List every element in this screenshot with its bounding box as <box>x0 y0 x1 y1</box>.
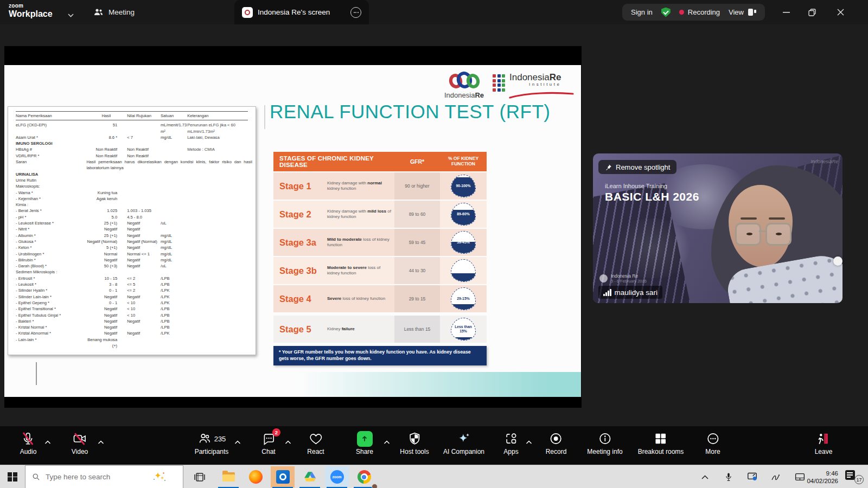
lab-report-row: Urine Rutin <box>16 177 248 183</box>
slide-title: RENAL FUNCTION TEST (RFT) <box>270 101 550 123</box>
start-button[interactable] <box>0 465 25 488</box>
meeting-info-button[interactable]: Meeting info <box>587 431 622 455</box>
lab-report-row: - Warna *Kuning tua <box>16 190 248 196</box>
training-banner: iLearn Inhouse Training BASIC L&H 2026 <box>605 183 699 203</box>
record-button[interactable]: Record <box>546 431 567 455</box>
lab-report-row: - Eritrosit *10 - 15<= 2/LPB <box>16 275 248 281</box>
react-button[interactable]: React <box>307 431 324 455</box>
tray-microphone[interactable] <box>719 465 738 488</box>
apps-options-chevron[interactable] <box>526 436 532 446</box>
people-icon <box>93 8 104 17</box>
tray-pen[interactable] <box>766 465 786 488</box>
participant-name-label: maulidya sari <box>598 286 662 299</box>
share-button[interactable]: Share <box>356 431 373 455</box>
view-layout-icon <box>748 9 756 16</box>
more-button[interactable]: More <box>705 431 720 455</box>
lab-report-row: - Glukosa *Negatif (Normal)Negatif (Norm… <box>16 239 248 245</box>
lab-report-row: - Bilirubin *NegatifNegatifmg/dL <box>16 257 248 263</box>
shield-icon <box>407 432 422 446</box>
tray-mic-icon <box>725 472 732 482</box>
taskbar-clock[interactable]: 9:46 04/02/2026 <box>807 465 838 488</box>
apps-button[interactable]: Apps <box>503 431 518 455</box>
kidney-function-icon: 89-60% <box>451 203 476 226</box>
shared-app-icon <box>242 7 253 18</box>
leave-button[interactable]: Leave <box>815 431 833 455</box>
audio-button[interactable]: Audio <box>20 431 37 455</box>
lab-report-rows: eLFG (CKD-EPI)51mL/menit/1.73 m²Penuruna… <box>16 122 248 349</box>
tray-touchpad-icon <box>795 473 805 481</box>
firefox-icon <box>249 470 263 484</box>
zoom-app-window: zoom Workplace Meeting Indonesia Re's sc… <box>0 0 868 488</box>
lab-report-row: - Urobilinogen *NormalNormal <= 1mg/dL <box>16 251 248 257</box>
tray-expand-button[interactable] <box>695 465 714 488</box>
chrome-icon <box>358 470 371 484</box>
taskbar-chrome[interactable] <box>352 465 376 488</box>
kidney-function-icon: 90-100% <box>451 175 476 197</box>
task-view-icon <box>194 472 205 482</box>
security-shield-icon[interactable] <box>661 8 671 17</box>
tab-screen-share[interactable]: Indonesia Re's screen <box>234 0 369 24</box>
share-screen-icon <box>357 431 373 447</box>
workspace-chevron-down-icon[interactable] <box>68 10 74 20</box>
notification-center-button[interactable]: 17 <box>845 469 864 484</box>
chrome-profile-avatar <box>372 484 378 488</box>
lab-report-row: - Silinder Lain-lain *NegatifNegatif/LPK <box>16 294 248 300</box>
taskbar-outlook[interactable] <box>270 465 295 488</box>
task-view-button[interactable] <box>187 465 212 488</box>
window-titlebar: zoom Workplace Meeting Indonesia Re's sc… <box>0 0 868 24</box>
taskbar-zoom[interactable]: zoom <box>324 465 349 488</box>
close-button[interactable] <box>828 0 853 24</box>
participants-count: 235 <box>214 435 226 443</box>
view-button[interactable]: View <box>729 8 756 16</box>
tray-display-share[interactable] <box>742 465 762 488</box>
lab-report-row: - Bakteri *NegatifNegatif/LPB <box>16 318 248 324</box>
google-drive-icon <box>303 470 317 484</box>
lab-report-row: Sedimen Mikroskopis : <box>16 269 248 275</box>
apps-icon <box>504 432 518 446</box>
chat-options-chevron[interactable] <box>285 436 291 446</box>
lab-report-row: Makroskopis: <box>16 183 248 189</box>
restore-button[interactable] <box>800 0 825 24</box>
lab-report-row: - Lain-lain *Benang mukosa (+) <box>16 337 248 349</box>
audio-options-chevron[interactable] <box>45 436 51 446</box>
search-input[interactable] <box>46 473 146 481</box>
lab-report-row: - Kristal Abnormal *NegatifNegatif/LPK <box>16 330 248 336</box>
minimize-button[interactable] <box>774 0 799 24</box>
video-button[interactable]: Video <box>72 431 88 455</box>
recording-indicator[interactable]: Recording <box>679 8 720 16</box>
taskbar-firefox[interactable] <box>243 465 268 488</box>
slide-divider-line <box>36 362 37 385</box>
lab-report-row: - Leukosit *3 - 8<= 5/LPB <box>16 281 248 287</box>
participant-video-tile[interactable]: IndonesiaRe Remove spotlight iLearn Inho… <box>593 153 843 303</box>
remove-spotlight-button[interactable]: Remove spotlight <box>598 160 676 174</box>
tab-meeting[interactable]: Meeting <box>86 0 142 24</box>
share-options-chevron[interactable] <box>384 436 390 446</box>
taskbar-file-explorer[interactable] <box>216 465 241 488</box>
breakout-rooms-button[interactable]: Breakout rooms <box>638 431 684 455</box>
participants-options-chevron[interactable] <box>235 436 241 446</box>
info-icon <box>598 432 612 446</box>
lab-report-row: - Kejernihan *Agak keruh <box>16 196 248 202</box>
lab-report-row: - Keton *5 (+1)Negatifmg/dL <box>16 245 248 251</box>
video-watermark: Indonesia Re 3 - 6 February 2026 <box>599 273 647 284</box>
indonesiare-institute-logo: IndonesiaRe Institute <box>493 73 561 92</box>
ckd-stage-row: Stage 3aMild to moderate loss of kidney … <box>273 229 487 256</box>
ai-companion-button[interactable]: AI Companion <box>443 431 484 455</box>
search-icon <box>32 473 40 481</box>
ckd-stage-row: Stage 3bModerate to severe loss of kidne… <box>273 257 487 284</box>
tray-pen-icon <box>771 473 781 481</box>
panel-toggle-handle[interactable] <box>833 256 843 266</box>
clock-date: 04/02/2026 <box>807 477 838 485</box>
sign-in-button[interactable]: Sign in <box>631 8 653 16</box>
lab-report-row: HBsAg #Non ReaktifNon ReaktifMetode : CM… <box>16 146 248 152</box>
participants-button[interactable]: 235 Participants <box>195 431 229 455</box>
video-options-chevron[interactable] <box>98 436 104 446</box>
kidney-function-icon: 29-15% <box>451 287 476 310</box>
taskbar-google-drive[interactable] <box>297 465 322 488</box>
lab-col-header: Hasil <box>86 113 126 119</box>
host-tools-button[interactable]: Host tools <box>400 431 429 455</box>
breakout-grid-icon <box>654 432 668 446</box>
tab-options-icon[interactable] <box>350 7 361 18</box>
chat-button[interactable]: 2 Chat <box>261 431 276 455</box>
taskbar-search[interactable] <box>25 465 183 488</box>
